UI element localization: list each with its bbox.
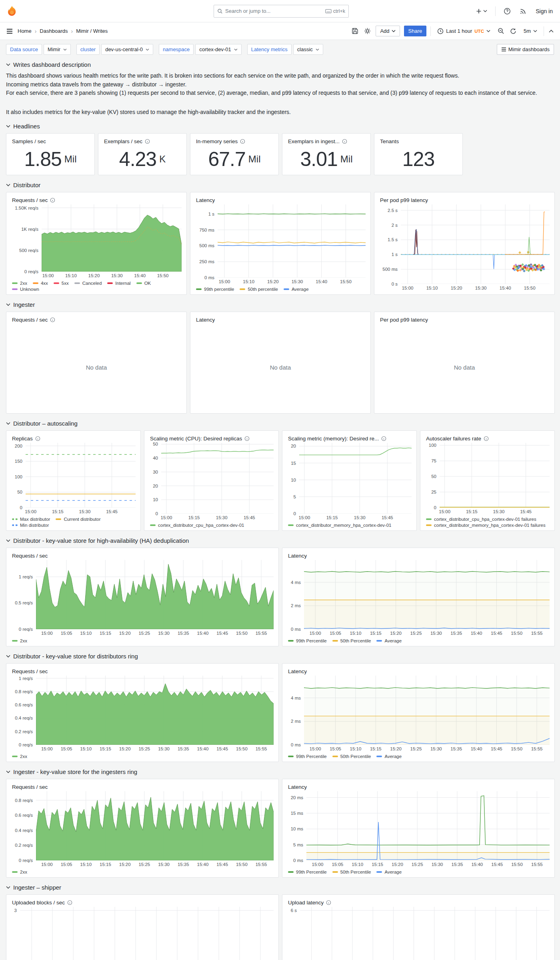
legend-item[interactable]: 2xx	[12, 870, 27, 874]
add-menu-button[interactable]	[475, 7, 488, 15]
info-icon[interactable]	[240, 139, 245, 144]
chart-plot-area[interactable]	[36, 560, 274, 629]
legend-item[interactable]: Current distributor	[56, 517, 100, 522]
chart-plot-area[interactable]	[36, 676, 274, 745]
share-button[interactable]: Share	[404, 26, 427, 36]
info-icon[interactable]	[342, 139, 347, 144]
legend-item[interactable]: 50th percentile	[240, 287, 278, 292]
legend-item[interactable]: 99th Percentile	[288, 638, 327, 643]
legend-item[interactable]: Average	[284, 287, 309, 292]
info-icon[interactable]	[50, 317, 55, 322]
mimir-dashboards-button[interactable]: Mimir dashboards	[497, 44, 554, 55]
variable-label[interactable]: Latency metrics	[247, 44, 292, 55]
chart-plot-area[interactable]	[26, 443, 136, 508]
add-panel-button[interactable]: Add	[376, 26, 400, 36]
legend-item[interactable]: 5xx	[54, 281, 69, 286]
section-distributors-ring[interactable]: Distributor - key-value store for distri…	[6, 653, 554, 660]
legend-item[interactable]: 99th Percentile	[288, 870, 327, 874]
legend-item[interactable]: Average	[376, 754, 402, 759]
legend-item[interactable]: Average	[376, 638, 402, 643]
refresh-button[interactable]	[509, 27, 517, 35]
legend-item[interactable]: Average	[376, 870, 402, 874]
legend-item[interactable]: 99th percentile	[196, 287, 234, 292]
dashboard-settings-button[interactable]	[363, 27, 372, 35]
info-icon[interactable]	[35, 436, 40, 441]
info-icon[interactable]	[326, 900, 331, 905]
panel-title[interactable]: Requests / sec	[12, 782, 274, 791]
section-ingester-shipper[interactable]: Ingester – shipper	[6, 884, 554, 891]
panel-title[interactable]: Scaling metric (memory): Desired re...	[288, 434, 412, 443]
refresh-interval-picker[interactable]: 5m	[521, 28, 540, 34]
info-icon[interactable]	[67, 900, 72, 905]
variable-value-dropdown[interactable]: dev-us-central-0	[101, 44, 153, 55]
section-distributor[interactable]: Distributor	[6, 182, 554, 188]
panel-title[interactable]: Autoscaler failures rate	[426, 434, 550, 443]
kiosk-collapse-button[interactable]	[548, 29, 554, 34]
panel-title[interactable]: Requests / sec	[12, 667, 274, 676]
chart-plot-area[interactable]	[42, 204, 182, 272]
legend-item[interactable]: Canceled	[74, 281, 102, 286]
panel-title[interactable]: Upload latency	[288, 898, 550, 907]
legend-item[interactable]: Max distributor	[12, 517, 50, 522]
legend-item[interactable]: 2xx	[12, 638, 27, 643]
search-input[interactable]: Search or jump to... ctrl+k	[214, 5, 349, 18]
legend-item[interactable]: Unknown	[12, 287, 39, 292]
info-icon[interactable]	[145, 139, 150, 144]
chart-plot-area[interactable]	[36, 791, 274, 860]
legend-item[interactable]: Internal	[107, 281, 130, 286]
variable-value-dropdown[interactable]: classic	[293, 44, 323, 55]
grafana-logo-icon[interactable]	[6, 5, 18, 17]
legend-item[interactable]: 50th Percentile	[332, 754, 371, 759]
panel-title[interactable]: Samples / sec	[12, 137, 90, 146]
section-ingesters-ring[interactable]: Ingester - key-value store for the inges…	[6, 768, 554, 775]
info-icon[interactable]	[50, 198, 55, 203]
info-icon[interactable]	[484, 436, 489, 441]
panel-title[interactable]: Uploaded blocks / sec	[12, 898, 274, 907]
info-icon[interactable]	[381, 436, 386, 441]
menu-toggle-button[interactable]	[6, 28, 14, 35]
variable-label[interactable]: Data source	[6, 44, 42, 55]
legend-item[interactable]: cortex_distributor_memory_hpa_cortex-dev…	[288, 523, 391, 528]
breadcrumb-dashboards[interactable]: Dashboards	[40, 28, 68, 34]
legend-item[interactable]: Min distributor	[12, 523, 49, 528]
legend-item[interactable]: 50th Percentile	[332, 870, 371, 874]
section-description[interactable]: Writes dashboard description	[6, 61, 554, 68]
panel-title[interactable]: Latency	[288, 551, 550, 560]
variable-value-dropdown[interactable]: Mimir	[44, 44, 71, 55]
chart-plot-area[interactable]	[304, 676, 550, 745]
legend-item[interactable]: 2xx	[12, 754, 27, 759]
legend-item[interactable]: 99th Percentile	[288, 754, 327, 759]
sign-in-button[interactable]: Sign in	[535, 7, 554, 15]
chart-plot-area[interactable]	[401, 204, 550, 284]
legend-item[interactable]: 50th Percentile	[332, 638, 371, 643]
panel-title[interactable]: Exemplars in ingest...	[288, 137, 366, 146]
chart-plot-area[interactable]	[300, 907, 550, 960]
legend-item[interactable]: cortex_distributor_memory_hpa_cortex-dev…	[426, 523, 546, 528]
variable-label[interactable]: cluster	[76, 44, 100, 55]
variable-value-dropdown[interactable]: cortex-dev-01	[195, 44, 241, 55]
legend-item[interactable]: cortex_distributor_cpu_hpa_cortex-dev-01	[150, 523, 244, 528]
panel-title[interactable]: Latency	[288, 782, 550, 791]
panel-title[interactable]: Requests / sec	[12, 551, 274, 560]
chart-plot-area[interactable]	[440, 443, 550, 508]
panel-title[interactable]: Latency	[288, 667, 550, 676]
section-ingester[interactable]: Ingester	[6, 301, 554, 308]
chart-plot-area[interactable]	[304, 560, 550, 629]
legend-item[interactable]: 4xx	[33, 281, 48, 286]
section-distributor-autoscaling[interactable]: Distributor – autoscaling	[6, 420, 554, 427]
news-button[interactable]	[519, 7, 528, 16]
panel-title[interactable]: In-memory series	[196, 137, 274, 146]
panel-title[interactable]: Latency	[196, 315, 366, 324]
info-icon[interactable]	[244, 436, 250, 441]
zoom-out-button[interactable]	[497, 27, 505, 35]
panel-title[interactable]: Per pod p99 latency	[380, 315, 550, 324]
legend-item[interactable]: 2xx	[12, 281, 27, 286]
section-ha-kv-store[interactable]: Distributor - key-value store for high-a…	[6, 537, 554, 544]
chart-plot-area[interactable]	[20, 907, 274, 960]
panel-title[interactable]: Tenants	[380, 137, 458, 146]
legend-item[interactable]: cortex_distributor_cpu_hpa_cortex-dev-01…	[426, 517, 536, 522]
panel-title[interactable]: Exemplars / sec	[104, 137, 182, 146]
panel-title[interactable]: Latency	[196, 196, 366, 204]
chart-plot-area[interactable]	[306, 791, 550, 860]
panel-title[interactable]: Per pod p99 latency	[380, 196, 550, 204]
